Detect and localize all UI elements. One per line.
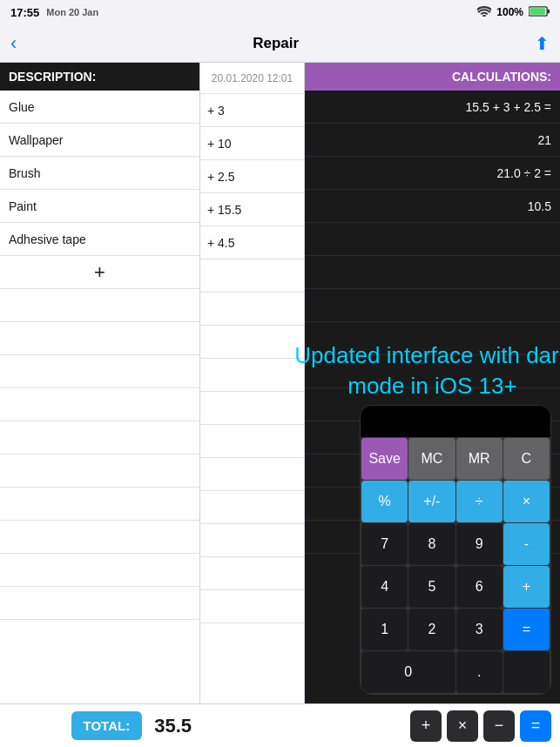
empty-row [200,590,304,623]
item-name: Brush [9,166,191,180]
status-date: Mon 20 Jan [46,7,98,17]
close-bottom-button[interactable]: × [447,710,478,742]
empty-row [200,359,304,392]
nav-bar: ‹ Repair ⬆ [0,24,560,63]
empty-row [0,454,199,488]
wifi-icon [477,6,491,19]
plus-button[interactable]: + [503,566,550,608]
multiply-button[interactable]: × [503,481,550,522]
back-button[interactable]: ‹ [10,32,17,55]
bottom-right-buttons: + × − = [200,710,560,742]
nine-button[interactable]: 9 [456,523,503,565]
list-item[interactable]: Paint [0,190,199,223]
item-name: Glue [9,100,191,114]
svg-rect-1 [547,9,550,13]
three-button[interactable]: 3 [456,609,503,650]
empty-row [0,421,199,454]
empty-row [0,388,199,421]
divide-button[interactable]: ÷ [456,481,503,522]
calculator-widget: Save MC MR C % +/- ÷ [360,405,551,695]
battery-icon [529,6,550,19]
value-row[interactable]: + 15.5 [200,193,304,226]
battery-percent: 100% [496,6,523,18]
six-button[interactable]: 6 [456,566,503,608]
equals-bottom-button[interactable]: = [520,710,551,742]
empty-row [0,554,199,587]
empty-row [305,223,560,256]
zero-button[interactable]: 0 [361,651,455,693]
plus-bottom-button[interactable]: + [410,710,442,742]
date-header: 20.01.2020 12:01 [200,63,304,94]
total-label: TOTAL: [71,711,143,740]
one-button[interactable]: 1 [361,609,408,650]
share-button[interactable]: ⬆ [535,33,550,54]
total-value: 35.5 [142,715,192,737]
empty-row [0,289,199,322]
calculations-header: CALCULATIONS: [305,63,560,91]
status-bar: 17:55 Mon 20 Jan 100% [0,0,560,24]
empty-row [200,259,304,293]
empty-row [200,557,304,590]
empty-row [0,587,199,620]
placeholder-button [503,651,550,693]
calc-expression-1: 15.5 + 3 + 2.5 = [305,91,560,124]
two-button[interactable]: 2 [408,609,455,650]
calc-expression-2: 21.0 ÷ 2 = [305,157,560,190]
empty-row [0,521,199,554]
save-button[interactable]: Save [361,438,408,480]
eight-button[interactable]: 8 [408,523,455,565]
empty-row [305,322,560,355]
empty-row [200,491,304,524]
status-time: 17:55 [10,6,39,19]
minus-button[interactable]: - [503,523,550,565]
left-panel: DESCRIPTION: Glue Wallpaper Brush Paint … [0,63,200,703]
empty-row [305,256,560,289]
value-row[interactable]: + 3 [200,94,304,127]
right-panel: CALCULATIONS: 15.5 + 3 + 2.5 = 21 21.0 ÷… [305,63,560,703]
main-area: DESCRIPTION: Glue Wallpaper Brush Paint … [0,63,560,703]
empty-row [305,289,560,322]
description-header: DESCRIPTION: [0,63,199,91]
calculator-buttons: Save MC MR C % +/- ÷ [361,437,550,694]
empty-row [200,326,304,359]
toggle-sign-button[interactable]: +/- [408,481,455,522]
percent-button[interactable]: % [361,481,408,522]
add-icon: + [94,261,105,284]
middle-panel: 20.01.2020 12:01 + 3 + 10 + 2.5 + 15.5 +… [200,63,305,703]
list-item[interactable]: Wallpaper [0,124,199,157]
equals-button[interactable]: = [503,609,550,650]
list-item[interactable]: Adhesive tape [0,223,199,256]
minus-bottom-button[interactable]: − [483,710,515,742]
clear-button[interactable]: C [503,438,550,480]
total-bar: TOTAL: 35.5 + × − = [0,703,560,747]
list-item[interactable]: Glue [0,91,199,124]
mc-button[interactable]: MC [408,438,455,480]
mr-button[interactable]: MR [456,438,503,480]
decimal-button[interactable]: . [456,651,503,693]
value-row[interactable]: + 10 [200,127,304,160]
empty-row [200,524,304,557]
empty-row [0,488,199,521]
empty-row [200,293,304,326]
item-name: Wallpaper [9,133,191,147]
list-item[interactable]: Brush [0,157,199,190]
empty-row [0,322,199,355]
empty-row [200,392,304,425]
empty-row [200,425,304,458]
five-button[interactable]: 5 [408,566,455,608]
four-button[interactable]: 4 [361,566,408,608]
seven-button[interactable]: 7 [361,523,408,565]
add-item-button[interactable]: + [0,256,199,289]
empty-row [305,355,560,388]
items-list: Glue Wallpaper Brush Paint Adhesive tape… [0,91,199,703]
nav-title: Repair [253,35,299,52]
item-name: Adhesive tape [9,232,191,246]
value-row[interactable]: + 2.5 [200,160,304,193]
calc-result-2: 10.5 [305,190,560,223]
svg-rect-2 [530,8,545,14]
empty-row [0,355,199,388]
empty-row [200,458,304,491]
item-name: Paint [9,199,191,213]
status-icons: 100% [477,6,550,19]
value-row[interactable]: + 4.5 [200,226,304,259]
